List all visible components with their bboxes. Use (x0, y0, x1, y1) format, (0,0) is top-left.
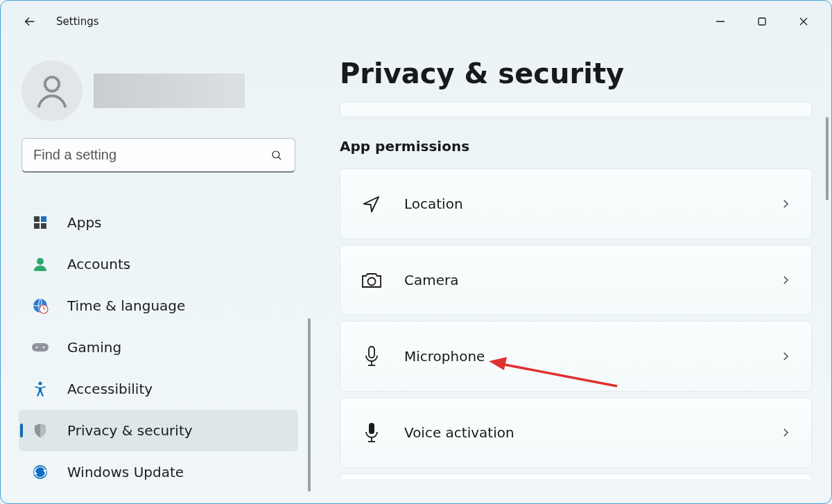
apps-icon (31, 214, 49, 232)
maximize-icon (757, 17, 767, 26)
permission-microphone[interactable]: Microphone (340, 321, 812, 392)
sidebar-nav: Apps Accounts Time & language (2, 202, 311, 493)
person-icon (32, 71, 72, 111)
svg-point-17 (36, 347, 38, 349)
svg-rect-1 (759, 18, 765, 25)
svg-rect-16 (32, 343, 49, 351)
chevron-right-icon (779, 350, 792, 363)
shield-icon (31, 422, 49, 440)
avatar (21, 60, 83, 121)
svg-rect-22 (369, 347, 374, 358)
sidebar-item-windows-update[interactable]: Windows Update (19, 451, 298, 493)
sidebar-item-gaming[interactable]: Gaming (19, 327, 298, 368)
svg-rect-8 (41, 216, 46, 222)
sidebar-item-label: Accessibility (67, 381, 153, 397)
svg-line-6 (278, 157, 281, 159)
permission-label: Location (404, 195, 463, 212)
app-title: Settings (56, 15, 99, 28)
svg-rect-7 (34, 216, 40, 222)
main-scrollbar[interactable] (826, 117, 829, 200)
chevron-right-icon (779, 426, 792, 439)
maximize-button[interactable] (741, 6, 783, 37)
chevron-right-icon (779, 274, 792, 286)
svg-point-11 (37, 258, 44, 265)
svg-point-19 (39, 382, 42, 385)
svg-point-18 (43, 347, 45, 349)
sidebar-item-accounts[interactable]: Accounts (19, 243, 298, 285)
partial-card-bottom[interactable] (340, 473, 812, 479)
titlebar: Settings (2, 2, 830, 41)
sidebar-item-apps[interactable]: Apps (19, 202, 298, 243)
gaming-icon (31, 338, 49, 356)
user-name-redacted (94, 73, 245, 108)
permission-label: Camera (404, 272, 459, 288)
partial-card-top[interactable] (340, 102, 812, 117)
sidebar-item-label: Time & language (67, 297, 185, 314)
camera-icon (360, 268, 383, 292)
permission-camera[interactable]: Camera (340, 245, 812, 315)
close-button[interactable] (783, 6, 824, 37)
sidebar-item-label: Accounts (67, 256, 130, 272)
sidebar-item-time-language[interactable]: Time & language (19, 285, 298, 327)
accessibility-icon (31, 380, 49, 398)
window-controls (700, 6, 824, 37)
svg-point-5 (272, 151, 279, 158)
time-language-icon (31, 297, 49, 315)
voice-activation-icon (360, 421, 383, 444)
search-box[interactable] (21, 138, 295, 173)
permission-label: Microphone (404, 348, 485, 365)
svg-rect-25 (369, 423, 374, 434)
back-button[interactable] (16, 8, 44, 35)
sidebar: Apps Accounts Time & language (2, 41, 311, 502)
page-title: Privacy & security (340, 58, 812, 89)
sidebar-item-privacy-security[interactable]: Privacy & security (19, 410, 298, 451)
user-row[interactable] (2, 53, 311, 138)
sidebar-item-accessibility[interactable]: Accessibility (19, 368, 298, 410)
chevron-right-icon (779, 198, 792, 210)
search-input[interactable] (33, 147, 270, 163)
permission-voice-activation[interactable]: Voice activation (340, 397, 812, 468)
section-header: App permissions (340, 138, 812, 155)
location-icon (360, 192, 383, 216)
sidebar-item-label: Gaming (67, 339, 121, 356)
microphone-icon (360, 345, 383, 368)
sidebar-item-label: Privacy & security (67, 422, 193, 439)
minimize-icon (716, 17, 725, 26)
svg-point-21 (368, 278, 376, 286)
svg-rect-10 (41, 223, 46, 229)
accounts-icon (31, 255, 49, 273)
svg-rect-9 (34, 223, 40, 229)
main-pane: Privacy & security App permissions Locat… (311, 41, 830, 502)
sidebar-item-label: Apps (67, 214, 102, 231)
svg-point-4 (45, 77, 59, 91)
arrow-left-icon (22, 14, 37, 29)
close-icon (799, 17, 808, 26)
sidebar-item-label: Windows Update (67, 464, 184, 480)
minimize-button[interactable] (700, 6, 741, 37)
permission-location[interactable]: Location (340, 168, 812, 239)
windows-update-icon (31, 463, 49, 481)
search-icon (270, 148, 284, 162)
permission-label: Voice activation (404, 424, 514, 441)
